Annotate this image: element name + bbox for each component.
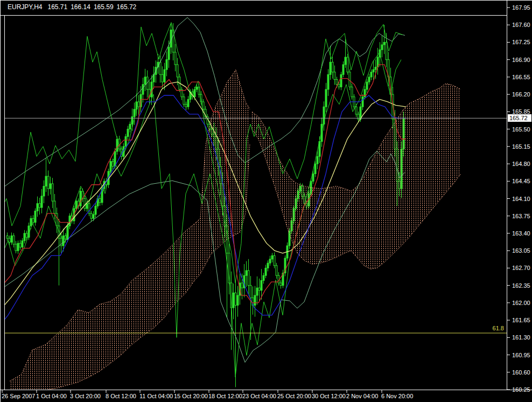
time-axis-label: 26 Sep 2007 [2, 393, 35, 399]
time-axis-label: 18 Oct 12:00 [208, 393, 242, 399]
candle [351, 87, 353, 96]
candle [250, 286, 251, 298]
time-axis-label: 23 Oct 04:00 [242, 393, 276, 399]
candle [26, 233, 27, 237]
candle [11, 236, 12, 242]
candle [166, 60, 167, 70]
candle [144, 77, 146, 85]
price-axis-label: 160.25 [512, 386, 530, 393]
candle [332, 62, 333, 72]
candle [93, 214, 94, 218]
candle [39, 204, 40, 207]
candle [370, 72, 372, 77]
candle [17, 243, 19, 251]
candle [138, 102, 139, 107]
candle [366, 82, 368, 89]
candle [41, 196, 43, 207]
chart-symbol-period: EURJPY,H4 [8, 3, 42, 11]
candle [142, 85, 144, 94]
candle [383, 42, 385, 45]
candle [202, 102, 204, 109]
price-axis-label: 160.60 [512, 369, 530, 376]
price-axis-label: 164.45 [512, 178, 530, 184]
candle [345, 57, 346, 65]
price-axis-label: 162.35 [512, 282, 530, 289]
time-axis-label: 8 Oct 12:00 [106, 393, 136, 399]
candle [196, 87, 198, 89]
candle [9, 238, 10, 242]
price-axis-label: 165.50 [512, 126, 530, 133]
candle [233, 293, 234, 308]
candle [267, 263, 269, 268]
candle [183, 97, 185, 105]
candle [159, 62, 161, 74]
candle [276, 266, 277, 275]
candle [325, 89, 327, 107]
chart-low-value: 165.59 [94, 3, 114, 11]
chart-close-value: 165.72 [117, 3, 137, 11]
time-axis-label: 11 Oct 04:00 [139, 393, 173, 399]
candle [168, 47, 170, 60]
candle [32, 218, 34, 222]
candle [256, 288, 258, 295]
chart-window: EURJPY,H4165.71166.14165.59165.72 167.95… [0, 0, 532, 402]
candle [6, 236, 8, 239]
candle [364, 89, 366, 97]
candle [342, 65, 344, 74]
chart-plot[interactable] [0, 0, 532, 402]
candle [263, 275, 264, 280]
price-axis-label: 166.90 [512, 57, 530, 63]
candle [241, 283, 243, 288]
candle [75, 201, 77, 209]
candle [125, 136, 127, 146]
candle [86, 204, 88, 209]
current-price-tag: 165.72 [508, 114, 531, 122]
chart-title: EURJPY,H4165.71166.14165.59165.72 [8, 3, 139, 11]
candle [185, 105, 187, 107]
candle [330, 62, 331, 74]
candle [162, 74, 163, 82]
price-axis-label: 164.80 [512, 161, 530, 167]
candle [47, 176, 49, 189]
price-axis-label: 161.65 [512, 317, 530, 323]
candle [317, 156, 318, 164]
price-axis-label: 165.15 [512, 143, 530, 150]
candle [164, 70, 165, 82]
candle [90, 213, 92, 218]
candle [362, 97, 363, 107]
candle [355, 107, 357, 114]
candle [131, 117, 133, 124]
candle [349, 72, 351, 87]
price-axis-label: 162.70 [512, 265, 530, 271]
candle [386, 42, 387, 59]
candle [280, 283, 282, 286]
chart-high-value: 166.14 [71, 3, 90, 11]
candle [347, 57, 348, 72]
candle [381, 45, 383, 50]
price-axis-label: 162.00 [512, 300, 530, 306]
candle [95, 206, 96, 214]
candle [336, 80, 338, 85]
candle [30, 218, 32, 226]
candle [56, 213, 58, 226]
candle [43, 186, 45, 196]
candle [368, 77, 370, 82]
candle [13, 236, 15, 245]
candle [127, 129, 129, 137]
candle [187, 99, 189, 107]
time-axis-label: 3 Oct 20:00 [70, 393, 101, 399]
candle [15, 244, 17, 251]
candle [24, 233, 25, 241]
candle [254, 295, 256, 305]
candle [237, 295, 239, 305]
candle [129, 124, 131, 129]
price-axis-label: 167.60 [512, 22, 530, 28]
price-axis-label: 163.05 [512, 247, 530, 254]
candle [22, 241, 23, 247]
candle [265, 268, 267, 275]
time-axis-label: 6 Nov 20:00 [381, 393, 413, 399]
price-axis-label: 167.95 [512, 4, 530, 11]
price-axis-label: 160.95 [512, 352, 530, 358]
time-axis-label: 2 Nov 04:00 [346, 393, 378, 399]
candle [45, 176, 47, 186]
